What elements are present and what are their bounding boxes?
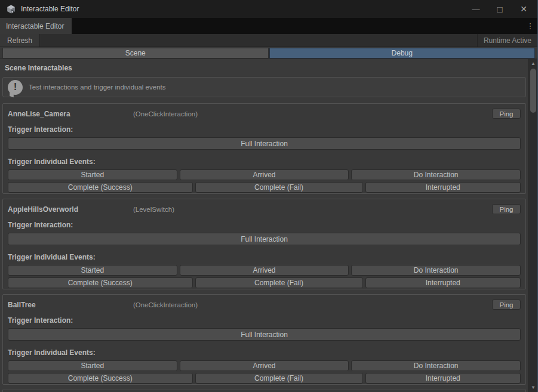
event-button-row: Complete (Success) Complete (Fail) Inter…: [8, 373, 521, 384]
maximize-button[interactable]: □: [496, 5, 504, 14]
interactable-editor-window: Interactable Editor — □ ✕ Interactable E…: [0, 0, 538, 392]
trigger-interaction-label: Trigger Interaction:: [8, 221, 521, 229]
event-button-started[interactable]: Started: [8, 265, 177, 276]
window-controls: — □ ✕: [472, 5, 533, 14]
toolbar-spacer: [40, 34, 477, 47]
info-bubble-icon: !: [8, 80, 23, 95]
next-section-partial: [2, 390, 526, 392]
event-button-complete-success[interactable]: Complete (Success): [8, 182, 193, 193]
event-button-do-interaction[interactable]: Do Interaction: [351, 169, 521, 180]
event-button-row: Started Arrived Do Interaction: [8, 265, 521, 276]
trigger-events-label: Trigger Individual Events:: [8, 253, 521, 261]
interactable-section: AppleHillsOverworld (LevelSwitch) Ping T…: [2, 199, 526, 289]
toolbar: Refresh Runtime Active: [0, 34, 537, 47]
scroll-view: Scene Interactables ! Test interactions …: [0, 64, 526, 392]
content-area: Scene Interactables ! Test interactions …: [0, 59, 537, 392]
event-button-row: Started Arrived Do Interaction: [8, 360, 521, 371]
trigger-interaction-label: Trigger Interaction:: [8, 316, 521, 325]
event-button-row: Complete (Success) Complete (Fail) Inter…: [8, 277, 521, 288]
window-titlebar: Interactable Editor — □ ✕: [0, 0, 537, 18]
event-button-complete-success[interactable]: Complete (Success): [8, 373, 193, 384]
section-header: BallTree (OneClickInteraction) Ping: [8, 300, 521, 310]
tab-strip-spacer: [72, 18, 523, 34]
kebab-menu-icon[interactable]: ⋮: [523, 18, 537, 34]
ping-button[interactable]: Ping: [492, 109, 521, 119]
section-type: (OneClickInteraction): [133, 110, 198, 118]
vertical-scrollbar[interactable]: ▲ ▼: [528, 59, 537, 392]
event-button-arrived[interactable]: Arrived: [180, 169, 349, 180]
scene-toggle-button[interactable]: Scene: [2, 48, 269, 58]
section-name: AnneLise_Camera: [8, 110, 133, 118]
interactable-section: BallTree (OneClickInteraction) Ping Trig…: [2, 294, 526, 385]
section-name: BallTree: [8, 301, 133, 309]
scrollbar-down-icon[interactable]: ▼: [529, 384, 537, 391]
runtime-active-label: Runtime Active: [477, 34, 537, 47]
refresh-button[interactable]: Refresh: [0, 34, 40, 47]
section-header: AppleHillsOverworld (LevelSwitch) Ping: [8, 204, 521, 214]
interactable-section: AnneLise_Camera (OneClickInteraction) Pi…: [2, 103, 526, 194]
unity-cube-icon: [6, 4, 16, 14]
event-button-complete-fail[interactable]: Complete (Fail): [195, 277, 363, 288]
tab-strip: Interactable Editor ⋮: [0, 18, 537, 34]
event-button-arrived[interactable]: Arrived: [180, 360, 349, 371]
event-button-interrupted[interactable]: Interrupted: [365, 277, 521, 288]
window-title: Interactable Editor: [21, 5, 79, 13]
section-header: AnneLise_Camera (OneClickInteraction) Pi…: [8, 109, 521, 119]
info-box: ! Test interactions and trigger individu…: [2, 77, 526, 97]
trigger-events-label: Trigger Individual Events:: [8, 158, 521, 166]
scrollbar-up-icon[interactable]: ▲: [529, 60, 537, 67]
event-button-row: Complete (Success) Complete (Fail) Inter…: [8, 182, 521, 193]
event-button-started[interactable]: Started: [8, 169, 177, 180]
event-button-interrupted[interactable]: Interrupted: [365, 373, 521, 384]
event-button-row: Started Arrived Do Interaction: [8, 169, 521, 180]
event-button-arrived[interactable]: Arrived: [180, 265, 349, 276]
section-name: AppleHillsOverworld: [8, 205, 133, 214]
full-interaction-button[interactable]: Full Interaction: [8, 137, 521, 150]
section-type: (OneClickInteraction): [133, 301, 198, 308]
ping-button[interactable]: Ping: [492, 300, 521, 310]
full-interaction-button[interactable]: Full Interaction: [8, 233, 521, 245]
event-button-complete-success[interactable]: Complete (Success): [8, 277, 193, 288]
debug-toggle-button[interactable]: Debug: [269, 48, 536, 58]
event-button-started[interactable]: Started: [8, 360, 177, 371]
trigger-interaction-label: Trigger Interaction:: [8, 125, 521, 134]
close-button[interactable]: ✕: [519, 5, 528, 13]
trigger-events-label: Trigger Individual Events:: [8, 348, 521, 357]
event-button-do-interaction[interactable]: Do Interaction: [351, 265, 521, 276]
view-toggle-row: Scene Debug: [0, 47, 537, 59]
scrollbar-thumb[interactable]: [530, 69, 536, 113]
tab-interactable-editor[interactable]: Interactable Editor: [0, 18, 72, 34]
ping-button[interactable]: Ping: [492, 204, 521, 214]
full-interaction-button[interactable]: Full Interaction: [8, 328, 521, 341]
event-button-complete-fail[interactable]: Complete (Fail): [195, 373, 363, 384]
panel-heading: Scene Interactables: [5, 64, 521, 72]
section-type: (LevelSwitch): [133, 206, 174, 213]
minimize-button[interactable]: —: [472, 5, 480, 13]
info-text: Test interactions and trigger individual…: [29, 84, 166, 91]
event-button-interrupted[interactable]: Interrupted: [365, 182, 521, 193]
event-button-complete-fail[interactable]: Complete (Fail): [195, 182, 363, 193]
event-button-do-interaction[interactable]: Do Interaction: [351, 360, 521, 371]
